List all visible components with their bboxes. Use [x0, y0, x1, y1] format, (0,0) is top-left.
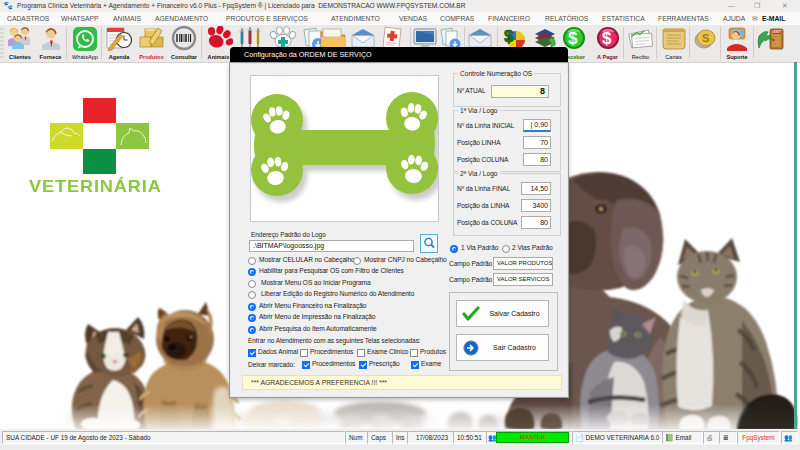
svg-text:$: $ [568, 29, 578, 48]
svg-text:$: $ [602, 29, 612, 48]
svg-text:S: S [702, 32, 709, 44]
svg-text:$: $ [504, 27, 514, 46]
svg-text:EXIT: EXIT [774, 30, 782, 34]
